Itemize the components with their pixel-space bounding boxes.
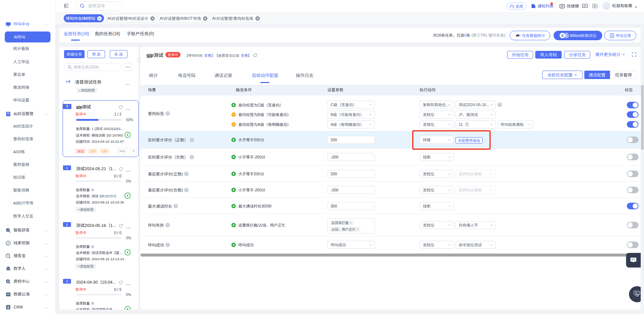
svg-text:A: A xyxy=(561,33,564,38)
svg-text:B: B xyxy=(565,33,568,38)
